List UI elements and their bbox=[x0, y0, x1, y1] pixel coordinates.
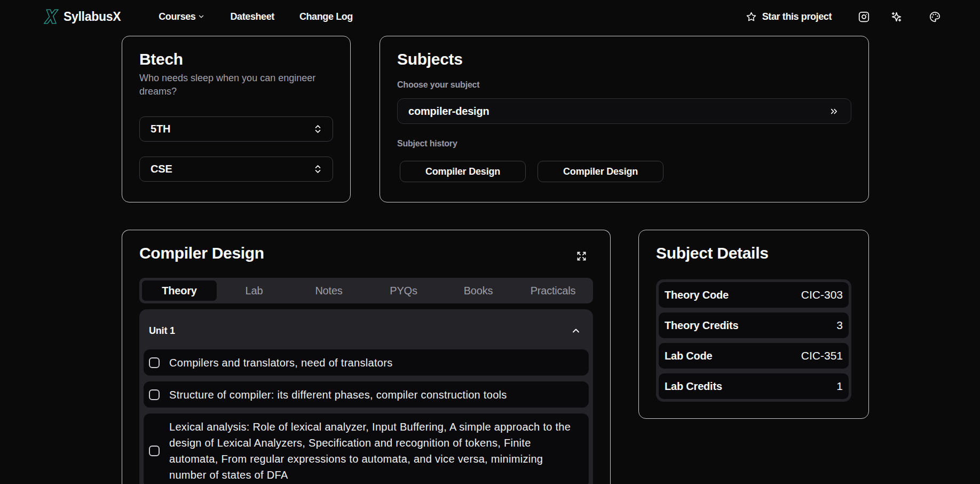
maximize-icon bbox=[576, 251, 587, 261]
tab-theory[interactable]: Theory bbox=[142, 280, 217, 301]
brand[interactable]: SyllabusX bbox=[43, 9, 121, 24]
detail-value: CIC-303 bbox=[801, 288, 843, 301]
chevrons-right-icon bbox=[829, 106, 839, 116]
unit-accordion-header[interactable]: Unit 1 bbox=[144, 318, 589, 344]
instagram-button[interactable] bbox=[858, 11, 870, 22]
tab-notes[interactable]: Notes bbox=[291, 280, 366, 301]
topic-checkbox[interactable] bbox=[149, 446, 160, 456]
syllabus-card: Compiler Design Theory Lab Notes PYQs Bo… bbox=[122, 230, 611, 484]
subject-history-label: Subject history bbox=[397, 139, 851, 149]
syllabus-card-title: Compiler Design bbox=[139, 245, 593, 261]
topic-row: Lexical analysis: Role of lexical analyz… bbox=[144, 413, 589, 484]
semester-select[interactable]: 5TH bbox=[139, 116, 333, 142]
tab-practicals[interactable]: Practicals bbox=[516, 280, 590, 301]
topic-text: Structure of compiler: its different pha… bbox=[169, 387, 507, 403]
branch-select-value: CSE bbox=[151, 163, 172, 175]
topic-row: Compilers and translators, need of trans… bbox=[144, 349, 589, 376]
palette-icon bbox=[929, 11, 941, 22]
chevrons-up-down-icon bbox=[313, 164, 323, 174]
main-content: Btech Who needs sleep when you can engin… bbox=[122, 36, 869, 484]
subjects-card-title: Subjects bbox=[397, 51, 851, 67]
nav-link-changelog[interactable]: Change Log bbox=[299, 11, 353, 22]
course-card-subtitle: Who needs sleep when you can engineer dr… bbox=[139, 72, 326, 98]
syllabusx-logo-icon bbox=[43, 9, 59, 24]
nav-link-label: Courses bbox=[159, 11, 195, 22]
subject-details-card: Subject Details Theory Code CIC-303 Theo… bbox=[638, 230, 869, 419]
nav-link-label: Datesheet bbox=[230, 11, 274, 22]
detail-value: 3 bbox=[836, 319, 843, 332]
subjects-card: Subjects Choose your subject compiler-de… bbox=[380, 36, 869, 202]
subject-details-title: Subject Details bbox=[656, 245, 851, 261]
history-item-button[interactable]: Compiler Design bbox=[538, 161, 663, 182]
detail-row: Theory Code CIC-303 bbox=[659, 282, 849, 308]
nav-actions: Star this project bbox=[744, 11, 941, 22]
nav-link-datesheet[interactable]: Datesheet bbox=[230, 11, 274, 22]
topic-text: Lexical analysis: Role of lexical analyz… bbox=[169, 419, 578, 483]
nav-links: Courses Datesheet Change Log bbox=[159, 11, 353, 22]
detail-label: Theory Credits bbox=[665, 319, 738, 332]
tab-books[interactable]: Books bbox=[441, 280, 516, 301]
detail-label: Lab Code bbox=[665, 350, 713, 362]
syllabus-tabs: Theory Lab Notes PYQs Books Practicals bbox=[139, 278, 593, 303]
unit-title: Unit 1 bbox=[149, 325, 175, 337]
theme-palette-button[interactable] bbox=[929, 11, 941, 22]
detail-value: 1 bbox=[836, 380, 843, 393]
topic-checkbox[interactable] bbox=[149, 389, 160, 400]
brand-name: SyllabusX bbox=[64, 10, 121, 24]
detail-label: Lab Credits bbox=[665, 380, 722, 393]
navbar: SyllabusX Courses Datesheet Change Log S… bbox=[0, 0, 980, 33]
chevron-up-icon bbox=[571, 325, 581, 336]
subject-history-list: Compiler Design Compiler Design bbox=[397, 161, 851, 182]
star-icon bbox=[746, 12, 756, 22]
topic-text: Compilers and translators, need of trans… bbox=[169, 355, 392, 371]
course-card: Btech Who needs sleep when you can engin… bbox=[122, 36, 351, 202]
topic-row: Structure of compiler: its different pha… bbox=[144, 381, 589, 408]
detail-row: Theory Credits 3 bbox=[659, 313, 849, 338]
tab-pyqs[interactable]: PYQs bbox=[366, 280, 441, 301]
tab-lab[interactable]: Lab bbox=[217, 280, 291, 301]
ai-sparkles-button[interactable] bbox=[891, 11, 902, 22]
nav-link-courses[interactable]: Courses bbox=[159, 11, 205, 22]
instagram-icon bbox=[858, 11, 870, 22]
choose-subject-label: Choose your subject bbox=[397, 80, 851, 90]
star-button-label: Star this project bbox=[762, 11, 832, 22]
detail-value: CIC-351 bbox=[801, 349, 843, 362]
subject-details-box: Theory Code CIC-303 Theory Credits 3 Lab… bbox=[656, 279, 851, 402]
subject-search-input[interactable]: compiler-design bbox=[397, 98, 851, 124]
unit-accordion: Unit 1 Compilers and translators, need o… bbox=[139, 309, 593, 484]
star-project-button[interactable]: Star this project bbox=[746, 11, 832, 22]
topic-checkbox[interactable] bbox=[149, 357, 160, 368]
nav-link-label: Change Log bbox=[299, 11, 353, 22]
detail-row: Lab Credits 1 bbox=[659, 373, 849, 399]
course-card-title: Btech bbox=[139, 51, 333, 67]
maximize-button[interactable] bbox=[576, 251, 587, 261]
subject-search-value: compiler-design bbox=[408, 105, 489, 118]
chevrons-up-down-icon bbox=[313, 124, 323, 134]
chevron-down-icon bbox=[197, 13, 205, 20]
detail-label: Theory Code bbox=[665, 289, 729, 301]
detail-row: Lab Code CIC-351 bbox=[659, 343, 849, 369]
history-item-button[interactable]: Compiler Design bbox=[400, 161, 526, 182]
branch-select[interactable]: CSE bbox=[139, 157, 333, 182]
sparkles-icon bbox=[891, 11, 902, 22]
semester-select-value: 5TH bbox=[151, 123, 170, 135]
